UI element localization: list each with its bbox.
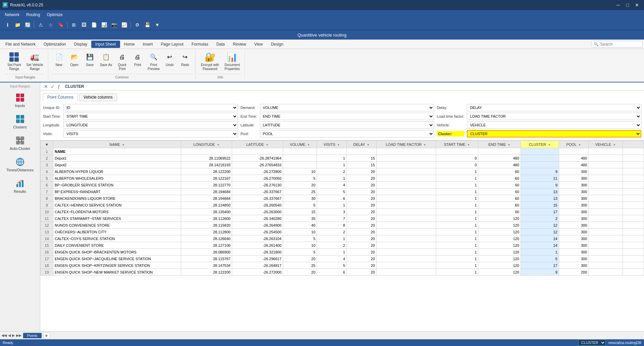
table-cell[interactable]: 1 (436, 269, 478, 276)
ribbon-menu-home[interactable]: Home (120, 41, 139, 48)
col-header-b[interactable]: NAME ▼ (53, 141, 181, 148)
table-cell[interactable]: -26.337667 (232, 195, 283, 202)
visits-select[interactable]: VISITS (63, 130, 238, 137)
sidebar-item-auto-cluster[interactable]: Auto-Cluster (1, 132, 39, 153)
table-cell[interactable]: 20 (346, 209, 376, 215)
table-cell[interactable]: -26.321800 (232, 249, 283, 255)
table-cell[interactable] (346, 148, 376, 155)
save-icon-btn[interactable]: 💾 (143, 20, 152, 29)
col-header-g[interactable]: DELAY ▼ (346, 141, 376, 148)
start-time-select[interactable]: START TIME (63, 113, 238, 120)
table-cell[interactable] (623, 269, 644, 276)
sidebar-item-times-distances[interactable]: Times/Distances (1, 154, 39, 175)
col-h-filter[interactable]: ▼ (423, 143, 426, 147)
table-cell[interactable]: 12 (521, 229, 559, 235)
table-cell[interactable]: 1 (317, 155, 347, 162)
table-cell[interactable]: -26.263000 (232, 209, 283, 215)
table-cell[interactable] (589, 182, 623, 188)
info-icon-btn[interactable]: ℹ (3, 20, 12, 29)
table-cell[interactable]: 60 (478, 182, 521, 188)
folder-icon-btn[interactable]: 📁 (13, 20, 22, 29)
table-cell[interactable] (376, 168, 436, 175)
col-b-filter[interactable]: ▼ (122, 143, 125, 147)
table-cell[interactable]: 60 (478, 202, 521, 209)
table-cell[interactable]: -26.337667 (232, 188, 283, 195)
table-cell[interactable]: 60 (478, 209, 521, 215)
table-cell[interactable]: -26.27654833 (232, 162, 283, 168)
table-cell[interactable]: 1 (436, 235, 478, 242)
panel-tab-vehicle-columns[interactable]: Vehicle columns (79, 93, 117, 101)
table-cell[interactable] (436, 148, 478, 155)
table-cell[interactable] (589, 175, 623, 182)
table-cell[interactable]: 1 (436, 242, 478, 249)
grid-icon-btn[interactable]: ⊞ (69, 20, 78, 29)
search-input[interactable] (600, 42, 640, 47)
table-cell[interactable] (376, 209, 436, 215)
table-cell[interactable]: -26.264900 (232, 222, 283, 229)
table-cell[interactable] (376, 215, 436, 222)
table-cell[interactable]: 6 (317, 195, 347, 202)
table-cell[interactable]: 17 (521, 262, 559, 269)
table-cell[interactable]: 9 (521, 182, 559, 188)
add-sheet-button[interactable]: + (43, 332, 50, 339)
table-row[interactable]: 10CALTEX~FLORENTIA MOTORS28.135400-26.26… (41, 209, 644, 215)
table-cell[interactable]: BP EXPRESS~RANDHART (53, 188, 181, 195)
ribbon-btn-set-point-range[interactable]: Set PointRange (5, 50, 23, 72)
scroll-left-btn[interactable]: ◀◀ (1, 333, 7, 338)
table-cell[interactable] (559, 148, 589, 155)
table-cell[interactable]: 17 (41, 255, 53, 262)
col-header-j[interactable]: END TIME ▼ (478, 141, 521, 148)
table-cell[interactable]: 120 (478, 222, 521, 229)
vehicle-select[interactable]: VEHICLE (467, 121, 641, 129)
table-cell[interactable] (376, 202, 436, 209)
table-cell[interactable]: 30 (283, 195, 317, 202)
table-cell[interactable] (589, 215, 623, 222)
table-cell[interactable]: 13 (41, 229, 53, 235)
table-cell[interactable]: 1 (436, 168, 478, 175)
col-l-filter[interactable]: ▼ (578, 143, 581, 147)
scroll-right-btn[interactable]: ▶▶ (16, 333, 21, 338)
table-row[interactable]: 19ENGEN QUICK SHOP~NEW MARKET SERVICE ST… (41, 269, 644, 276)
table-cell[interactable]: 28.122200 (181, 269, 232, 276)
table-cell[interactable]: 10 (283, 168, 317, 175)
table-row[interactable]: 6BP~GROBLER SERVICE STATION28.122770-26.… (41, 182, 644, 188)
table-cell[interactable]: CALTEX~FLORENTIA MOTORS (53, 209, 181, 215)
table-cell[interactable]: 1 (436, 222, 478, 229)
table-cell[interactable]: 1 (436, 175, 478, 182)
table-cell[interactable] (317, 148, 347, 155)
table-cell[interactable]: 5 (283, 235, 317, 242)
table-cell[interactable] (589, 262, 623, 269)
table-cell[interactable]: 120 (478, 235, 521, 242)
table-cell[interactable]: 28.11069522 (181, 155, 232, 162)
table-cell[interactable]: 14 (41, 235, 53, 242)
chart-icon-btn[interactable]: 📊 (99, 20, 109, 29)
ribbon-btn-save-as[interactable]: 📋 Save As (98, 50, 114, 68)
table-cell[interactable]: 28.122200 (181, 168, 232, 175)
table-row[interactable]: 8BRACKENDOWNS LIQUOR STORE28.194684-26.3… (41, 195, 644, 202)
table-cell[interactable]: 300 (559, 255, 589, 262)
table-cell[interactable]: 5 (283, 175, 317, 182)
table-row[interactable]: 11CALTEX STARMART~STAR SERVICES28.112600… (41, 215, 644, 222)
table-row[interactable]: 16ENGEN QUICK SHOP~BRACKENTEN MOTORS28.0… (41, 249, 644, 255)
table-cell[interactable]: ENGEN QUICK SHOP~NEW MARKET SERVICE STAT… (53, 269, 181, 276)
table-row[interactable]: 4ALBERTON HYPER LIQUOR28.122200-26.27280… (41, 168, 644, 175)
table-cell[interactable]: 14 (521, 235, 559, 242)
formula-cancel-btn[interactable]: ✕ (43, 84, 49, 89)
col-f-filter[interactable]: ▼ (337, 143, 340, 147)
table-cell[interactable]: 28.122770 (181, 182, 232, 188)
warning-icon-btn[interactable]: ⚠ (36, 20, 45, 29)
table-cell[interactable]: 2 (317, 242, 347, 249)
ribbon-btn-save[interactable]: 💾 Save (83, 50, 97, 68)
spreadsheet-container[interactable]: ▼ NAME ▼ LONGITUDE ▼ LATITUDE ▼ (40, 140, 644, 331)
table-cell[interactable] (623, 215, 644, 222)
sheet-tab-points[interactable]: Points (23, 333, 42, 338)
table-cell[interactable]: 20 (346, 269, 376, 276)
table-cell[interactable]: 300 (559, 229, 589, 235)
ribbon-menu-view[interactable]: View (250, 41, 267, 48)
table-cell[interactable]: 3 (317, 209, 347, 215)
table-cell[interactable]: 15 (41, 242, 53, 249)
table-row[interactable]: 13CHECKERS~ALBERTON CITY28.112800-26.254… (41, 229, 644, 235)
table-cell[interactable] (376, 195, 436, 202)
table-cell[interactable]: 4 (41, 168, 53, 175)
table-cell[interactable] (589, 222, 623, 229)
